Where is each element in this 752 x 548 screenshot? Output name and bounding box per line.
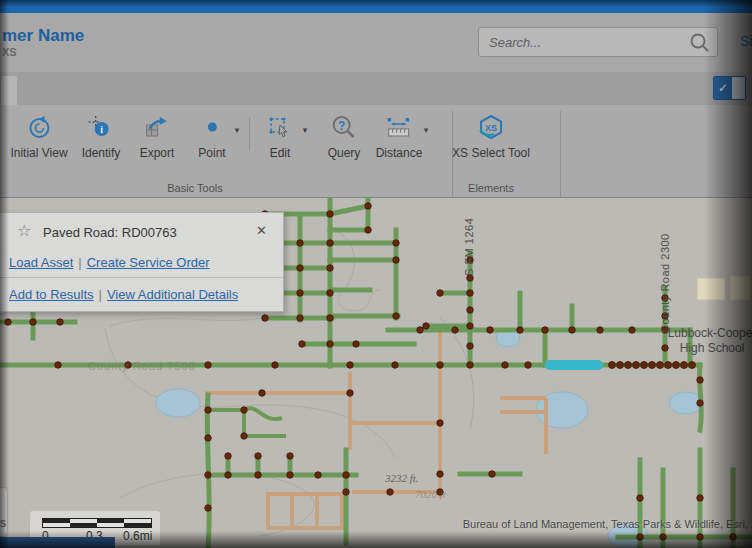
tool-export[interactable]: Export <box>140 113 175 160</box>
edge-clipped-widget-label: ps <box>0 516 6 530</box>
tool-label: Export <box>140 146 175 160</box>
building-footprints <box>697 276 751 300</box>
popup-title: Paved Road: RD00763 <box>43 225 177 240</box>
edit-icon <box>267 113 293 143</box>
popup-actions-row1: Load Asset|Create Service Order <box>9 255 210 270</box>
export-icon <box>144 113 170 143</box>
tool-distance[interactable]: Distance <box>376 113 423 160</box>
tool-edit[interactable]: Edit <box>267 113 293 160</box>
ribbon-pin-toggle[interactable]: ✓ <box>713 76 746 100</box>
tool-label: Distance <box>376 146 423 160</box>
road-label-county-road-2300: County Road 2300 <box>659 233 671 333</box>
tool-query[interactable]: ? Query <box>328 113 361 160</box>
group-divider <box>560 111 561 197</box>
tan-roads <box>205 332 546 528</box>
toolbar: Initial View i Identify <box>0 105 752 198</box>
tool-label: Edit <box>270 146 291 160</box>
point-icon <box>199 113 225 143</box>
scale-bar-graphic <box>42 518 152 528</box>
school-label-line1: Lubbock-Cooper <box>668 326 752 340</box>
svg-text:?: ? <box>338 119 345 133</box>
load-asset-link[interactable]: Load Asset <box>9 255 73 270</box>
add-to-results-link[interactable]: Add to Results <box>9 287 94 302</box>
create-service-order-link[interactable]: Create Service Order <box>87 255 210 270</box>
identify-icon: i <box>88 113 114 143</box>
tool-point[interactable]: Point <box>198 113 225 160</box>
svg-text:XS: XS <box>485 123 497 133</box>
view-additional-details-link[interactable]: View Additional Details <box>107 287 238 302</box>
school-label-line2: High School <box>680 341 745 355</box>
toolbar-separator <box>249 117 250 151</box>
app-window: mer Name XS Sig ✓ <box>0 0 752 548</box>
tool-label: Point <box>198 146 225 160</box>
tool-label: Query <box>328 146 361 160</box>
link-separator: | <box>78 255 81 270</box>
app-header: mer Name XS Sig <box>0 13 752 72</box>
road-label-s-fm-1264: S FM 1264 <box>463 218 475 276</box>
check-icon: ✓ <box>714 77 732 99</box>
distance-icon <box>385 113 413 143</box>
distance-label-2: 7020 ft <box>415 488 447 500</box>
popup-divider <box>0 277 283 278</box>
group-label-elements: Elements <box>468 182 514 194</box>
ribbon-tab-stub[interactable] <box>0 75 18 105</box>
search-input[interactable] <box>479 28 694 56</box>
toggle-off-cell <box>732 77 745 99</box>
xs-select-icon: XS <box>476 113 506 143</box>
bottom-blue-strip <box>0 537 115 548</box>
popup-actions-row2: Add to Results|View Additional Details <box>9 287 238 302</box>
feature-popup: ☆ Paved Road: RD00763 ✕ Load Asset|Creat… <box>0 212 284 312</box>
scale-label-end: 0.6mi <box>123 529 152 543</box>
star-icon[interactable]: ☆ <box>17 221 31 240</box>
svg-text:i: i <box>101 124 104 135</box>
search-box <box>478 27 718 57</box>
distance-dropdown-caret[interactable]: ▼ <box>422 126 430 135</box>
close-icon[interactable]: ✕ <box>256 223 267 238</box>
initial-view-icon <box>26 113 52 143</box>
road-label-faint: County Road 7500 <box>88 360 196 372</box>
tool-initial-view[interactable]: Initial View <box>10 113 67 160</box>
group-label-basic-tools: Basic Tools <box>167 182 222 194</box>
tool-label: Initial View <box>10 146 67 160</box>
query-icon: ? <box>331 113 357 143</box>
distance-label-1: 3232 ft. <box>384 472 419 484</box>
tool-identify[interactable]: i Identify <box>82 113 121 160</box>
link-separator: | <box>99 287 102 302</box>
app-title: mer Name <box>2 26 84 46</box>
title-bar <box>0 0 752 13</box>
edge-clipped-widget[interactable]: ps <box>0 487 8 537</box>
sign-link[interactable]: Sig <box>740 33 752 49</box>
edit-dropdown-caret[interactable]: ▼ <box>301 126 309 135</box>
point-dropdown-caret[interactable]: ▼ <box>233 126 241 135</box>
app-subtitle: XS <box>2 46 17 58</box>
tool-label: Identify <box>82 146 121 160</box>
tool-xs-select[interactable]: XS XS Select Tool <box>452 113 530 160</box>
ribbon-tab-band: ✓ <box>0 72 752 105</box>
map-attribution: Bureau of Land Management, Texas Parks &… <box>463 518 752 530</box>
tool-label: XS Select Tool <box>452 146 530 160</box>
search-icon[interactable] <box>689 32 711 58</box>
